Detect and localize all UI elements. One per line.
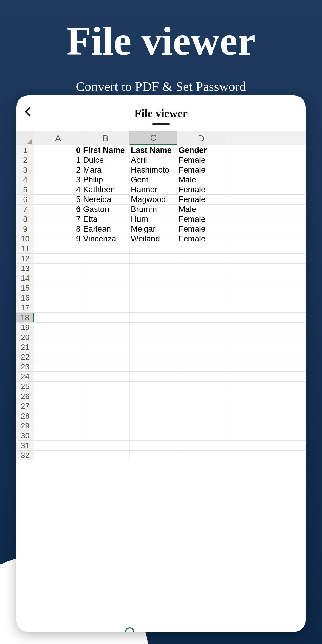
row-header[interactable]: 29 xyxy=(16,421,34,431)
row-header[interactable]: 23 xyxy=(16,362,34,371)
cell[interactable]: Last Name xyxy=(130,145,177,155)
cell[interactable] xyxy=(177,283,225,293)
cell[interactable]: 2 xyxy=(34,165,82,175)
cell[interactable] xyxy=(177,382,225,391)
cell[interactable] xyxy=(34,451,82,460)
cell[interactable]: Brumm xyxy=(130,205,177,214)
row-header[interactable]: 5 xyxy=(16,185,34,194)
cell[interactable] xyxy=(130,293,177,303)
cell[interactable] xyxy=(130,352,177,362)
cell[interactable] xyxy=(34,303,82,312)
row-header[interactable]: 28 xyxy=(16,411,34,421)
cell[interactable] xyxy=(34,293,82,303)
cell[interactable] xyxy=(130,313,177,322)
cell[interactable]: Male xyxy=(177,175,225,185)
cell[interactable]: Female xyxy=(177,224,225,234)
cell[interactable]: 5 xyxy=(34,195,82,204)
row-header[interactable]: 17 xyxy=(16,303,34,312)
row-header[interactable]: 12 xyxy=(16,254,34,263)
row-header[interactable]: 4 xyxy=(16,175,34,185)
cell[interactable] xyxy=(34,273,82,283)
row-header[interactable]: 7 xyxy=(16,205,34,214)
row-header[interactable]: 14 xyxy=(16,273,34,283)
cell[interactable] xyxy=(177,431,225,440)
row-header[interactable]: 1 xyxy=(16,145,34,155)
cell[interactable]: Abril xyxy=(130,155,177,165)
cell[interactable] xyxy=(130,264,177,273)
cell[interactable] xyxy=(34,352,82,362)
cell[interactable] xyxy=(177,401,225,411)
cell[interactable]: Kathleen xyxy=(82,185,130,194)
cell[interactable]: 4 xyxy=(34,185,82,194)
cell[interactable] xyxy=(82,264,130,273)
column-header-A[interactable]: A xyxy=(34,131,82,145)
cell[interactable] xyxy=(130,411,177,421)
cell[interactable] xyxy=(34,421,82,431)
cell[interactable] xyxy=(82,293,130,303)
cell[interactable]: Female xyxy=(177,155,225,165)
row-header[interactable]: 25 xyxy=(16,382,34,391)
row-header[interactable]: 22 xyxy=(16,352,34,362)
cell[interactable] xyxy=(82,254,130,263)
row-header[interactable]: 15 xyxy=(16,283,34,293)
cell[interactable] xyxy=(130,283,177,293)
cell[interactable] xyxy=(177,323,225,332)
row-header[interactable]: 10 xyxy=(16,234,34,244)
cell[interactable]: Nereida xyxy=(82,195,130,204)
row-header[interactable]: 31 xyxy=(16,441,34,450)
cell[interactable] xyxy=(130,273,177,283)
cell[interactable]: Female xyxy=(177,214,225,224)
cell[interactable]: 9 xyxy=(34,234,82,244)
cell[interactable] xyxy=(82,372,130,381)
cell[interactable]: Magwood xyxy=(130,195,177,204)
cell[interactable] xyxy=(177,332,225,342)
cell[interactable]: 1 xyxy=(34,155,82,165)
cell[interactable] xyxy=(82,273,130,283)
cell[interactable] xyxy=(82,303,130,312)
select-all-corner[interactable] xyxy=(16,131,34,145)
cell[interactable] xyxy=(34,323,82,332)
cell[interactable] xyxy=(82,332,130,342)
cell[interactable] xyxy=(177,244,225,253)
row-header[interactable]: 21 xyxy=(16,342,34,352)
cell[interactable] xyxy=(130,451,177,460)
back-button[interactable] xyxy=(22,106,34,118)
row-header[interactable]: 26 xyxy=(16,391,34,401)
cell[interactable] xyxy=(177,264,225,273)
row-header[interactable]: 30 xyxy=(16,431,34,440)
row-header[interactable]: 18 xyxy=(16,313,34,322)
cell[interactable] xyxy=(34,244,82,253)
cell[interactable] xyxy=(82,342,130,352)
cell[interactable]: Gaston xyxy=(82,205,130,214)
cell[interactable]: 8 xyxy=(34,224,82,234)
row-header[interactable]: 6 xyxy=(16,195,34,204)
cell[interactable] xyxy=(130,372,177,381)
cell[interactable] xyxy=(34,313,82,322)
cell[interactable]: 3 xyxy=(34,175,82,185)
cell[interactable]: Etta xyxy=(82,214,130,224)
cell[interactable] xyxy=(82,451,130,460)
column-header-D[interactable]: D xyxy=(177,131,225,145)
cell[interactable] xyxy=(82,283,130,293)
cell[interactable] xyxy=(177,362,225,371)
cell[interactable] xyxy=(34,283,82,293)
cell[interactable] xyxy=(82,352,130,362)
row-header[interactable]: 2 xyxy=(16,155,34,165)
cell[interactable] xyxy=(177,451,225,460)
cell[interactable]: 0 xyxy=(34,145,82,155)
cell[interactable] xyxy=(130,303,177,312)
column-header-C[interactable]: C xyxy=(130,131,177,145)
cell[interactable] xyxy=(130,391,177,401)
cell[interactable]: 6 xyxy=(34,205,82,214)
cell[interactable]: Gender xyxy=(177,145,225,155)
cell[interactable] xyxy=(130,244,177,253)
row-header[interactable]: 20 xyxy=(16,332,34,342)
cell[interactable]: Gent xyxy=(130,175,177,185)
cell[interactable]: Earlean xyxy=(82,224,130,234)
cell[interactable] xyxy=(177,391,225,401)
cell[interactable] xyxy=(82,313,130,322)
cell[interactable] xyxy=(82,382,130,391)
cell[interactable]: Mara xyxy=(82,165,130,175)
cell[interactable] xyxy=(34,332,82,342)
cell[interactable] xyxy=(130,421,177,431)
